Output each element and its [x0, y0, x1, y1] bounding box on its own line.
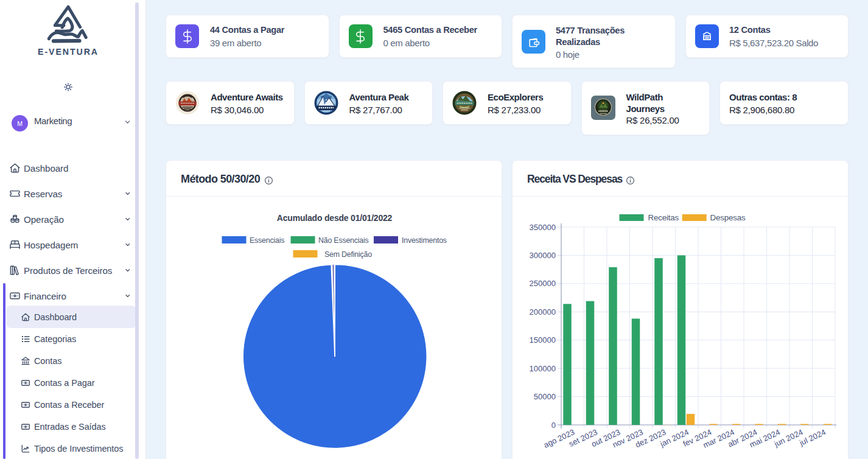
- svg-text:350000: 350000: [530, 223, 556, 232]
- svg-text:Sem Definição: Sem Definição: [324, 250, 372, 259]
- svg-text:Essenciais: Essenciais: [250, 236, 284, 245]
- svg-text:50000: 50000: [534, 392, 556, 401]
- svg-text:Despesas: Despesas: [710, 213, 746, 222]
- svg-text:Receitas: Receitas: [648, 213, 679, 222]
- svg-text:0: 0: [551, 421, 556, 430]
- svg-text:100000: 100000: [530, 364, 556, 373]
- svg-text:150000: 150000: [530, 335, 556, 345]
- svg-text:jul 2024: jul 2024: [797, 427, 827, 447]
- svg-text:250000: 250000: [530, 279, 556, 288]
- svg-text:Investimentos: Investimentos: [402, 236, 447, 245]
- svg-text:300000: 300000: [530, 251, 556, 260]
- svg-text:Não Essenciais: Não Essenciais: [318, 236, 369, 245]
- svg-text:200000: 200000: [530, 307, 556, 317]
